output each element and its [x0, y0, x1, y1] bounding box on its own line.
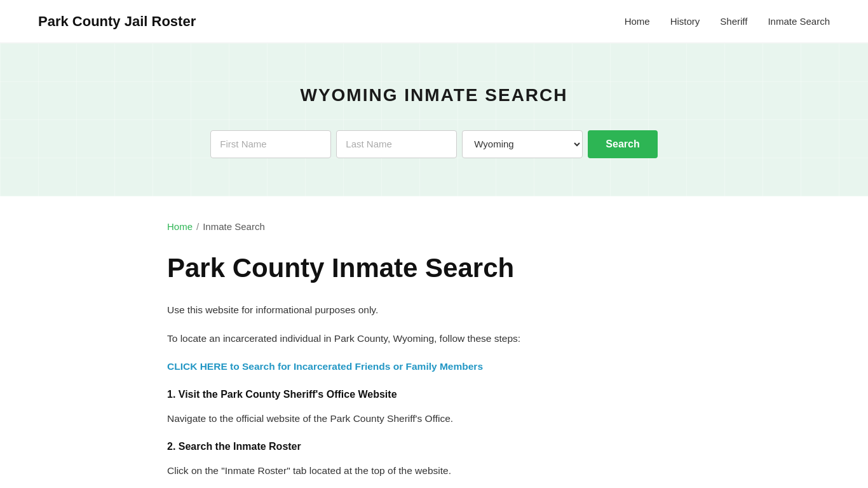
- state-select[interactable]: Wyoming Alabama Alaska Arizona Arkansas …: [462, 130, 583, 158]
- nav-link-history[interactable]: History: [670, 16, 700, 27]
- intro-paragraph-1: Use this website for informational purpo…: [167, 302, 701, 318]
- breadcrumb-home[interactable]: Home: [167, 219, 193, 234]
- step2-text: Click on the "Inmate Roster" tab located…: [167, 463, 701, 479]
- breadcrumb-current: Inmate Search: [203, 219, 265, 234]
- intro-paragraph-2: To locate an incarcerated individual in …: [167, 330, 701, 347]
- step1-heading: 1. Visit the Park County Sheriff's Offic…: [167, 386, 701, 403]
- inmate-search-form: Wyoming Alabama Alaska Arizona Arkansas …: [13, 130, 855, 158]
- nav-item-sheriff: Sheriff: [720, 13, 747, 30]
- breadcrumb-separator: /: [196, 219, 199, 234]
- main-nav: Home History Sheriff Inmate Search: [625, 13, 830, 30]
- nav-link-inmate-search[interactable]: Inmate Search: [768, 16, 830, 27]
- search-link-paragraph: CLICK HERE to Search for Incarcerated Fr…: [167, 358, 701, 375]
- search-link[interactable]: CLICK HERE to Search for Incarcerated Fr…: [167, 361, 483, 372]
- page-title: Park County Inmate Search: [167, 252, 701, 284]
- search-banner: WYOMING INMATE SEARCH Wyoming Alabama Al…: [0, 43, 868, 196]
- nav-item-history: History: [670, 13, 700, 30]
- site-header: Park County Jail Roster Home History She…: [0, 0, 868, 43]
- step2-heading: 2. Search the Inmate Roster: [167, 438, 701, 455]
- site-logo[interactable]: Park County Jail Roster: [38, 10, 196, 32]
- nav-menu: Home History Sheriff Inmate Search: [625, 13, 830, 30]
- nav-item-home: Home: [625, 13, 650, 30]
- first-name-input[interactable]: [210, 130, 331, 158]
- nav-item-inmate-search: Inmate Search: [768, 13, 830, 30]
- breadcrumb: Home / Inmate Search: [167, 219, 701, 234]
- search-button[interactable]: Search: [588, 130, 657, 158]
- banner-heading: WYOMING INMATE SEARCH: [13, 81, 855, 110]
- main-content: Home / Inmate Search Park County Inmate …: [129, 196, 739, 488]
- nav-link-sheriff[interactable]: Sheriff: [720, 16, 747, 27]
- step1-text: Navigate to the official website of the …: [167, 410, 701, 427]
- nav-link-home[interactable]: Home: [625, 16, 650, 27]
- last-name-input[interactable]: [336, 130, 457, 158]
